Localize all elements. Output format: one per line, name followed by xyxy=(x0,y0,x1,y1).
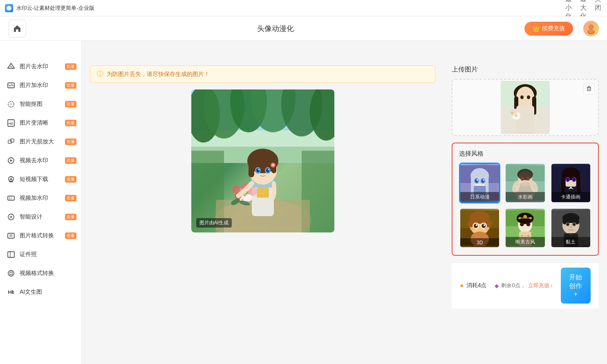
style-selection-section: 选择风格 xyxy=(452,143,599,256)
batch-badge-format-convert: 批量 xyxy=(65,232,76,239)
svg-rect-12 xyxy=(11,139,14,142)
style-grid: 日系动漫 xyxy=(459,163,591,248)
sidebar-item-format-convert[interactable]: 图片格式转换 批量 xyxy=(0,226,81,245)
avatar[interactable] xyxy=(583,21,599,36)
id-photo-icon xyxy=(7,250,16,259)
upload-section: 上传图片 xyxy=(452,65,599,136)
start-create-button[interactable]: 开始创作 + xyxy=(561,268,591,304)
sidebar-label-video-download: 短视频下载 xyxy=(20,176,48,183)
sidebar-item-video-format[interactable]: 视频格式转换 xyxy=(0,264,81,283)
sidebar-item-remove-watermark[interactable]: 图片去水印 批量 xyxy=(0,57,81,76)
page-title: 头像动漫化 xyxy=(26,24,524,33)
svg-point-3 xyxy=(589,25,593,29)
style-item-anime[interactable]: 日系动漫 xyxy=(459,163,500,203)
sidebar-label-video-watermark: 视频加水印 xyxy=(20,194,48,202)
svg-point-119 xyxy=(566,178,569,181)
batch-badge-remove-watermark: 批量 xyxy=(65,63,76,70)
crown-icon: 👑 xyxy=(533,25,540,32)
delete-uploaded-image-button[interactable] xyxy=(583,83,595,94)
style-label-3d: 3D xyxy=(460,238,499,247)
style-item-3d[interactable]: 3D xyxy=(459,208,500,248)
svg-rect-24 xyxy=(8,252,14,257)
coin-icon: ● xyxy=(460,282,464,289)
cost-info: ● 消耗4点 xyxy=(460,282,486,289)
style-label-clay: 黏土 xyxy=(551,237,590,247)
diamond-icon: ◆ xyxy=(495,283,499,289)
app-body: 头像动漫化 👑 续费充值 xyxy=(0,16,607,364)
svg-point-146 xyxy=(529,217,531,219)
svg-point-151 xyxy=(521,234,523,237)
svg-point-145 xyxy=(519,217,521,219)
sidebar-item-smart-crop[interactable]: 智能抠图 批量 xyxy=(0,95,81,114)
svg-point-162 xyxy=(566,223,569,226)
sidebar-item-enlarge[interactable]: 图片无损放大 批量 xyxy=(0,132,81,151)
smart-design-icon xyxy=(7,212,16,221)
sidebar-label-smart-crop: 智能抠图 xyxy=(20,100,43,108)
svg-point-54 xyxy=(272,164,274,166)
svg-point-0 xyxy=(7,6,11,11)
sidebar: 图片去水印 批量 图片加水印 批量 智能抠图 批量 HD 图片变清晰 批量 xyxy=(0,16,82,364)
svg-text:EI: EI xyxy=(9,197,12,200)
batch-badge-enlarge: 批量 xyxy=(65,138,76,145)
action-bar: ● 消耗4点 ◆ 剩余0点， 立即充值 › 开始创作 + xyxy=(452,262,599,308)
upload-preview xyxy=(501,81,550,134)
sidebar-item-video-remove[interactable]: 视频去水印 批量 xyxy=(0,151,81,170)
recharge-label: 续费充值 xyxy=(542,25,565,32)
trash-icon xyxy=(586,86,592,92)
svg-point-135 xyxy=(484,224,485,226)
avatar-icon xyxy=(585,23,597,34)
sidebar-item-enhance[interactable]: HD 图片变清晰 批量 xyxy=(0,114,81,132)
content-area: ⓘ 为防图片丢失，请尽快保存生成的图片！ xyxy=(82,57,443,364)
svg-point-120 xyxy=(573,178,575,181)
svg-point-26 xyxy=(8,270,14,276)
remaining-text: 剩余0点， xyxy=(501,282,525,289)
sidebar-item-video-download[interactable]: 短视频下载 批量 xyxy=(0,170,81,189)
sidebar-label-enhance: 图片变清晰 xyxy=(20,119,48,127)
style-selection-title: 选择风格 xyxy=(459,150,591,158)
svg-point-60 xyxy=(268,169,269,170)
svg-rect-157 xyxy=(576,217,579,224)
generated-image xyxy=(191,89,334,232)
remaining-info: ◆ 剩余0点， 立即充值 › xyxy=(495,282,552,289)
video-download-icon xyxy=(7,175,16,184)
svg-point-76 xyxy=(516,87,534,108)
enhance-icon: HD xyxy=(7,118,16,127)
image-label: 图片由AI生成 xyxy=(196,218,232,228)
style-label-anime: 日系动漫 xyxy=(460,192,499,202)
style-item-watercolor[interactable]: 水彩画 xyxy=(504,163,546,203)
sidebar-item-video-watermark[interactable]: EI 视频加水印 批量 xyxy=(0,189,81,208)
add-watermark-icon xyxy=(7,81,16,90)
warning-icon: ⓘ xyxy=(97,70,103,78)
svg-point-86 xyxy=(511,112,513,114)
header-divider xyxy=(578,22,578,35)
style-item-ancient[interactable]: 唯美古风 xyxy=(504,208,546,248)
style-item-clay[interactable]: 黏土 xyxy=(550,208,591,248)
sidebar-item-id-photo[interactable]: 证件照 xyxy=(0,245,81,264)
svg-rect-48 xyxy=(257,188,269,198)
sidebar-item-add-watermark[interactable]: 图片加水印 批量 xyxy=(0,76,81,95)
style-item-cartoon[interactable]: 卡通插画 xyxy=(550,163,591,203)
sidebar-label-enlarge: 图片无损放大 xyxy=(20,138,54,145)
style-label-ancient: 唯美古风 xyxy=(506,237,544,247)
svg-point-107 xyxy=(521,177,524,181)
sidebar-item-smart-design[interactable]: 智能设计 批量 xyxy=(0,208,81,226)
style-label-watercolor: 水彩画 xyxy=(506,192,544,202)
home-button[interactable] xyxy=(8,20,26,38)
batch-badge-smart-crop: 批量 xyxy=(65,101,76,107)
svg-rect-21 xyxy=(8,233,14,238)
recharge-link[interactable]: 立即充值 › xyxy=(528,282,553,289)
upload-box[interactable] xyxy=(452,79,599,136)
recharge-button[interactable]: 👑 续费充值 xyxy=(524,22,573,36)
svg-point-85 xyxy=(515,114,517,117)
batch-badge-add-watermark: 批量 xyxy=(65,82,76,89)
batch-badge-video-watermark: 批量 xyxy=(65,195,76,201)
svg-point-70 xyxy=(241,199,243,201)
sidebar-label-format-convert: 图片格式转换 xyxy=(20,232,54,239)
svg-rect-51 xyxy=(249,159,254,177)
app-title: 水印云-让素材处理更简单-企业版 xyxy=(16,4,564,12)
svg-point-101 xyxy=(483,179,484,181)
ai-image-icon xyxy=(7,288,16,297)
sidebar-item-ai-image[interactable]: AI文生图 xyxy=(0,283,81,301)
svg-rect-11 xyxy=(8,140,11,143)
svg-line-6 xyxy=(10,66,12,67)
